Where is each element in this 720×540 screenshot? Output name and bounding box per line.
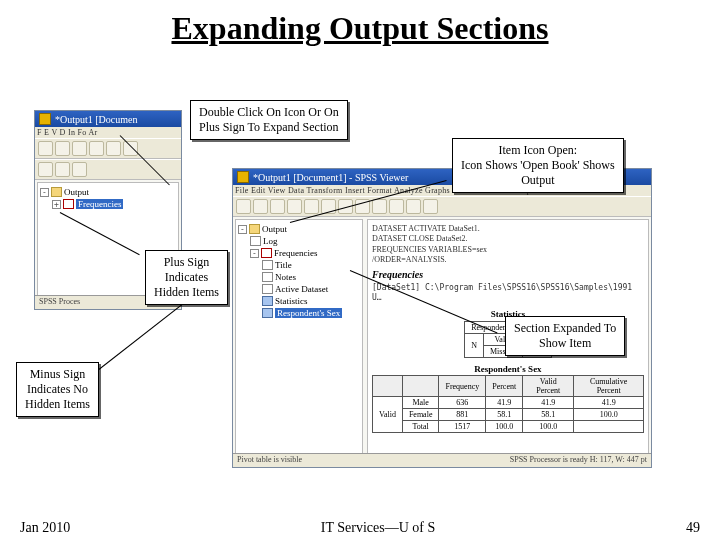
frequencies-heading: Frequencies <box>372 269 644 280</box>
page-title: Expanding Output Sections <box>0 0 720 53</box>
toolbar-button[interactable] <box>72 141 87 156</box>
toolbar-button[interactable] <box>389 199 404 214</box>
table-icon <box>262 296 273 306</box>
callout-plus-sign: Plus Sign Indicates Hidden Items <box>145 250 228 305</box>
toolbar-button[interactable] <box>253 199 268 214</box>
footer-date: Jan 2010 <box>20 520 70 536</box>
small-toolbar-2 <box>35 159 181 180</box>
big-statusbar: Pivot table is visible SPSS Processor is… <box>233 453 651 467</box>
callout-section-expanded: Section Expanded To Show Item <box>505 316 625 356</box>
tree-stats-node[interactable]: Statistics <box>238 295 360 307</box>
big-tree: -Output Log -Frequencies Title Notes Act… <box>235 219 363 465</box>
minus-icon[interactable]: - <box>250 249 259 258</box>
folder-icon <box>51 187 62 197</box>
slide-footer: Jan 2010 IT Services—U of S 49 <box>0 520 720 536</box>
tree-frequencies-node[interactable]: +Frequencies <box>40 198 176 210</box>
title-icon <box>262 260 273 270</box>
footer-page: 49 <box>686 520 700 536</box>
plus-icon[interactable]: + <box>52 200 61 209</box>
toolbar-button[interactable] <box>236 199 251 214</box>
tree-frequencies-node[interactable]: -Frequencies <box>238 247 360 259</box>
table-icon <box>262 308 273 318</box>
minus-icon[interactable]: - <box>40 188 49 197</box>
small-titlebar: *Output1 [Documen <box>35 111 181 127</box>
toolbar-button[interactable] <box>55 141 70 156</box>
toolbar-button[interactable] <box>287 199 302 214</box>
log-icon <box>250 236 261 246</box>
notes-icon <box>262 272 273 282</box>
toolbar-button[interactable] <box>406 199 421 214</box>
syntax-block: DATASET ACTIVATE DataSet1. DATASET CLOSE… <box>372 224 644 266</box>
closed-book-icon <box>63 199 74 209</box>
toolbar-button[interactable] <box>270 199 285 214</box>
toolbar-button[interactable] <box>38 141 53 156</box>
dataset-path: [DataSet1] C:\Program Files\SPSS16\SPSS1… <box>372 283 644 304</box>
tree-output-node[interactable]: -Output <box>238 223 360 235</box>
toolbar-button[interactable] <box>123 141 138 156</box>
toolbar-button[interactable] <box>106 141 121 156</box>
freq-table-title: Respondent's Sex <box>372 364 644 374</box>
callout-minus-sign: Minus Sign Indicates No Hidden Items <box>16 362 99 417</box>
toolbar-button[interactable] <box>38 162 53 177</box>
app-icon <box>39 113 51 125</box>
small-toolbar <box>35 138 181 159</box>
minus-icon[interactable]: - <box>238 225 247 234</box>
folder-icon <box>249 224 260 234</box>
toolbar-button[interactable] <box>372 199 387 214</box>
big-title-text: *Output1 [Document1] - SPSS Viewer <box>253 172 408 183</box>
small-menubar: F E V D In Fo Ar <box>35 127 181 138</box>
tree-title-node[interactable]: Title <box>238 259 360 271</box>
open-book-icon <box>261 248 272 258</box>
tree-output-node[interactable]: -Output <box>40 186 176 198</box>
toolbar-button[interactable] <box>304 199 319 214</box>
tree-respsex-node[interactable]: Respondent's Sex <box>238 307 360 319</box>
toolbar-button[interactable] <box>55 162 70 177</box>
toolbar-button[interactable] <box>423 199 438 214</box>
tree-log-node[interactable]: Log <box>238 235 360 247</box>
dataset-icon <box>262 284 273 294</box>
toolbar-button[interactable] <box>72 162 87 177</box>
footer-org: IT Services—U of S <box>321 520 435 536</box>
frequency-table: FrequencyPercentValid PercentCumulative … <box>372 375 644 433</box>
small-title-text: *Output1 [Documen <box>55 114 138 125</box>
app-icon <box>237 171 249 183</box>
toolbar-button[interactable] <box>89 141 104 156</box>
tree-active-node[interactable]: Active Dataset <box>238 283 360 295</box>
callout-item-open: Item Icon Open: Icon Shows 'Open Book' S… <box>452 138 624 193</box>
tree-notes-node[interactable]: Notes <box>238 271 360 283</box>
big-toolbar <box>233 196 651 217</box>
callout-double-click: Double Click On Icon Or On Plus Sign To … <box>190 100 348 140</box>
